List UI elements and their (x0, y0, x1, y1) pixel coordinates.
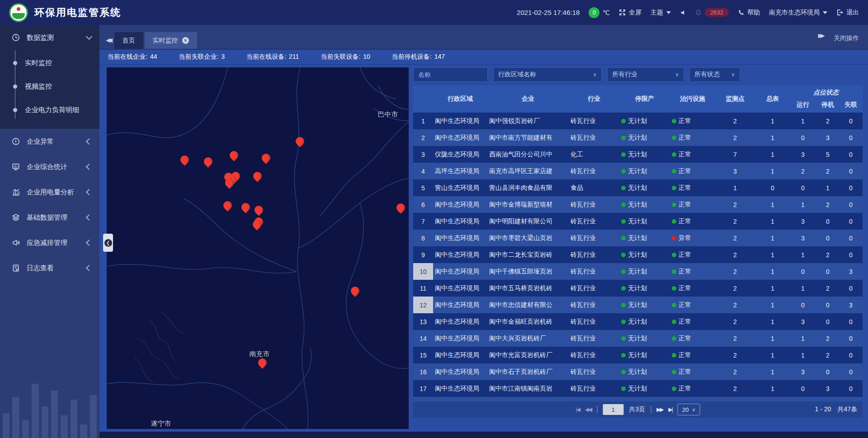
cell-text: 阆中生态环境局 (435, 251, 479, 258)
cell-company: 西南油气田分公司川中 (487, 151, 569, 159)
sidebar-item-日志查看[interactable]: 日志查看 (0, 255, 99, 281)
cell-text: 1 (771, 352, 774, 359)
row-index: 16 (413, 363, 433, 380)
cell-region: 阆中生态环境局 (433, 268, 487, 276)
cell-text: 无计划 (628, 184, 647, 192)
tabs-scroll-left-icon[interactable]: ◀◀ (99, 37, 114, 49)
cell-text: 7 (421, 218, 425, 225)
status-ok-dot-icon (672, 253, 676, 257)
industry-select[interactable]: 所有行业 ∨ (607, 67, 684, 82)
cell-text: 2 (826, 285, 830, 292)
cell-text: 阆中市南方节能建材有 (489, 134, 552, 141)
tab-实时监控[interactable]: 实时监控✕ (145, 32, 197, 49)
table-row[interactable]: 12阆中生态环境局阆中市忠信建材有限公砖瓦行业无计划正常21003 (413, 297, 863, 313)
page-size-select[interactable]: 20 ∨ (678, 404, 700, 415)
cell-industry: 砖瓦行业 (569, 134, 619, 142)
row-index: 18 (413, 397, 433, 401)
speaker-icon[interactable] (680, 9, 686, 16)
row-index: 3 (413, 146, 433, 163)
org-dropdown[interactable]: 南充市生态环境局 (769, 9, 827, 17)
page-next-button[interactable]: ▶▶ (656, 406, 663, 413)
status-ok-dot-icon (621, 119, 626, 123)
table-row[interactable]: 6阆中生态环境局阆中市金博瑞新型墙材砖瓦行业无计划正常21120 (413, 196, 863, 213)
cell-text: 正常 (679, 318, 691, 326)
table-row[interactable]: 13阆中生态环境局阆中市金福旺页岩机砖砖瓦行业无计划正常21300 (413, 313, 863, 330)
sidebar-subitem-企业电力负荷明细[interactable]: 企业电力负荷明细 (0, 98, 99, 122)
monitor-stats-icon (12, 163, 21, 171)
table-row[interactable]: 15阆中生态环境局阆中市光富页岩机砖厂砖瓦行业无计划正常21120 (413, 347, 863, 363)
table-row[interactable]: 9阆中生态环境局阆中市二龙长宝页岩砖砖瓦行业无计划正常21120 (413, 246, 863, 263)
cell-text: 0 (849, 368, 853, 376)
map-boundaries (107, 67, 409, 429)
cell-text: 无计划 (628, 151, 647, 159)
name-search-input[interactable] (413, 67, 488, 82)
status-select[interactable]: 所有状态 ∨ (689, 67, 740, 82)
notifications[interactable]: 2632 (695, 8, 729, 17)
table-row[interactable]: 2阆中生态环境局阆中市南方节能建材有砖瓦行业无计划正常21030 (413, 129, 863, 146)
cell-text: 0 (826, 301, 830, 309)
region-select[interactable]: 行政区域名称 ∨ (493, 67, 602, 82)
tab-首页[interactable]: 首页 (114, 32, 143, 49)
map-panel[interactable]: 巴中市南充市遂宁市 (107, 67, 409, 429)
map-collapse-button[interactable]: ❮ (103, 234, 113, 252)
cell-text: 无计划 (628, 234, 647, 242)
table-row[interactable]: 17阆中生态环境局阆中市江南镇阆南页岩砖瓦行业无计划正常21030 (413, 380, 863, 397)
cell-meter: 1 (755, 118, 790, 125)
status-ok-dot-icon (621, 336, 626, 341)
col-region: 行政区域 (433, 85, 487, 113)
cell-text: 无计划 (628, 217, 647, 226)
stat-value: 3 (221, 53, 225, 61)
cell-text: 1 (826, 184, 830, 192)
cell-company: 南充市高坪区王家店建 (487, 167, 569, 175)
status-ok-dot-icon (672, 303, 676, 307)
tab-close-icon[interactable]: ✕ (182, 37, 189, 44)
page-prev-button[interactable]: ◀◀ (585, 406, 591, 413)
table-row[interactable]: 14阆中生态环境局阆中大兴页岩机砖厂砖瓦行业无计划正常21120 (413, 330, 863, 347)
sidebar-subitem-视频监控[interactable]: 视频监控 (0, 75, 99, 98)
table-row[interactable]: 5营山生态环境局营山县润丰肉食品有限食品无计划正常10010 (413, 179, 863, 196)
cell-meter: 1 (755, 168, 790, 175)
table-row[interactable]: 4高坪生态环境局南充市高坪区王家店建砖瓦行业无计划正常31220 (413, 163, 863, 179)
close-operations-button[interactable]: 关闭操作 (834, 34, 859, 42)
status-ok-dot-icon (621, 136, 626, 140)
table-row[interactable]: 10阆中生态环境局阆中千佛镇五郎垭页岩砖瓦行业无计划正常21003 (413, 263, 863, 280)
cell-stop: 2 (816, 352, 840, 359)
fullscreen-icon (619, 9, 626, 16)
sidebar-item-企业综合统计[interactable]: 企业综合统计 (0, 154, 99, 179)
help-button[interactable]: 帮助 (738, 9, 760, 17)
cell-text: 正常 (679, 201, 691, 209)
sidebar-item-label: 日志查看 (27, 264, 54, 273)
cell-limit: 无计划 (619, 217, 670, 226)
table-row[interactable]: 18南部生态环境局南部县砖化页岩有限公建材加工无计划正常60060 (413, 397, 863, 401)
cell-region: 阆中生态环境局 (433, 201, 487, 209)
fullscreen-button[interactable]: 全屏 (619, 9, 642, 17)
page-number-input[interactable]: 1 (603, 404, 623, 415)
logout-button[interactable]: 退出 (836, 9, 859, 17)
sidebar-item-企业异常[interactable]: 企业异常 (0, 129, 99, 154)
cell-facility: 正常 (670, 167, 715, 175)
cell-meter: 1 (755, 201, 790, 208)
table-row[interactable]: 16阆中生态环境局阆中市石子页岩机砖厂砖瓦行业无计划正常21300 (413, 363, 863, 380)
cell-limit: 无计划 (619, 151, 670, 159)
table-row[interactable]: 11阆中生态环境局阆中市五马桥页岩机砖砖瓦行业无计划正常21120 (413, 280, 863, 297)
tabs-scroll-right-icon[interactable]: ▶▶ (811, 32, 826, 44)
theme-dropdown[interactable]: 主题 (651, 9, 671, 17)
cell-text: 砖瓦行业 (571, 201, 596, 208)
cell-text: 1 (801, 201, 805, 208)
table-row[interactable]: 3仪陇生态环境局西南油气田分公司川中化工无计划正常71350 (413, 146, 863, 163)
sidebar-item-label: 企业用电量分析 (27, 188, 74, 197)
cell-text: 0 (849, 318, 853, 325)
table-row[interactable]: 1阆中生态环境局阆中强锐页岩砖厂砖瓦行业无计划正常21120 (413, 113, 863, 129)
cell-text: 阆中千佛镇五郎垭页岩 (489, 268, 552, 275)
sidebar-item-基础数据管理[interactable]: 基础数据管理 (0, 205, 99, 230)
sidebar-subitem-实时监控[interactable]: 实时监控 (0, 51, 99, 75)
sidebar-item-企业用电量分析[interactable]: 企业用电量分析 (0, 179, 99, 205)
page-last-button[interactable]: ▶| (669, 406, 672, 413)
sidebar-item-数据监测[interactable]: 数据监测 (0, 25, 99, 50)
cell-text: 1 (771, 251, 774, 259)
page-first-button[interactable]: |◀ (576, 406, 580, 413)
table-row[interactable]: 8阆中生态环境局阆中市枣碧大梁山页岩砖瓦行业无计划异常21300 (413, 230, 863, 246)
table-row[interactable]: 7阆中生态环境局阆中明阳建材有限公司砖瓦行业无计划正常21300 (413, 213, 863, 230)
sidebar-item-应急减排管理[interactable]: 应急减排管理 (0, 230, 99, 255)
cell-run: 0 (790, 385, 816, 392)
